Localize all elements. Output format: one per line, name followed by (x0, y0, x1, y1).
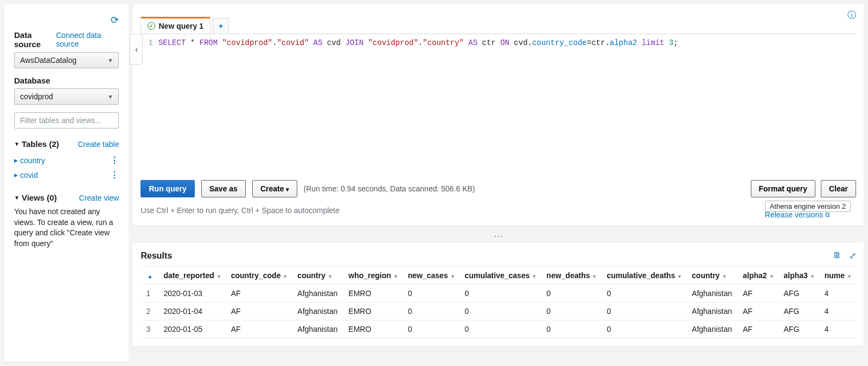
cell: AFG (778, 303, 819, 320)
cell: AF (226, 285, 292, 303)
database-select[interactable]: covidprod ▼ (14, 88, 119, 105)
cell: Afghanistan (686, 285, 737, 303)
views-header[interactable]: ▼Views (0) (14, 193, 57, 202)
table-actions-icon[interactable]: ⋮ (110, 155, 119, 165)
cell: EMRO (343, 303, 402, 320)
database-value: covidprod (20, 92, 53, 101)
cell: 0 (541, 320, 601, 338)
panel-resize-handle[interactable]: ⋯ (133, 230, 864, 239)
add-tab-button[interactable]: + (213, 18, 229, 34)
cell: Afghanistan (292, 303, 343, 320)
column-header[interactable]: cumulative_deaths ▾ (601, 267, 686, 285)
column-header[interactable]: date_reported ▾ (158, 267, 225, 285)
column-header[interactable]: new_deaths ▾ (541, 267, 601, 285)
sort-icon: ▾ (770, 273, 773, 279)
filter-tables-input[interactable] (14, 112, 119, 129)
data-source-select[interactable]: AwsDataCatalog ▼ (14, 52, 119, 68)
results-table: ▲date_reported ▾country_code ▾country ▾w… (141, 266, 856, 338)
editor-panel: ⓘ ✓ New query 1 + 1 SELECT * FROM "covid… (133, 4, 864, 226)
chevron-down-icon: ▼ (108, 57, 113, 63)
column-header[interactable]: country ▾ (292, 267, 343, 285)
sql-editor[interactable]: 1 SELECT * FROM "covidprod"."covid" AS c… (141, 34, 856, 175)
cell: 4 (819, 320, 856, 338)
cell: 0 (403, 320, 459, 338)
column-header[interactable]: who_region ▾ (343, 267, 402, 285)
refresh-icon[interactable]: ⟳ (111, 15, 119, 25)
cell: 0 (459, 303, 541, 320)
column-header[interactable]: alpha2 ▾ (737, 267, 778, 285)
cell: 2020-01-03 (158, 285, 225, 303)
success-check-icon: ✓ (148, 22, 155, 30)
create-dropdown-button[interactable]: Create (252, 180, 297, 197)
sort-icon: ▾ (678, 273, 681, 279)
cell: Afghanistan (686, 303, 737, 320)
cell: AF (226, 320, 292, 338)
cell: EMRO (343, 285, 402, 303)
table-item[interactable]: ▶country⋮ (14, 153, 119, 168)
column-header[interactable]: country ▾ (686, 267, 737, 285)
sort-icon: ▾ (723, 273, 726, 279)
sort-icon: ▾ (533, 273, 535, 279)
create-table-link[interactable]: Create table (78, 140, 119, 149)
cell: AF (737, 303, 778, 320)
run-info-text: (Run time: 0.94 seconds, Data scanned: 5… (304, 184, 475, 193)
connect-data-source-link[interactable]: Connect data source (56, 31, 119, 48)
cell: Afghanistan (292, 285, 343, 303)
table-name: country (20, 156, 45, 165)
sort-icon: ▾ (848, 273, 851, 279)
cell: 0 (403, 303, 459, 320)
views-empty-text: You have not created any views. To creat… (14, 207, 119, 249)
code-line: SELECT * FROM "covidprod"."covid" AS cvd… (158, 38, 678, 167)
cell: Afghanistan (686, 320, 737, 338)
column-header[interactable]: cumulative_cases ▾ (459, 267, 541, 285)
cell: 0 (541, 303, 601, 320)
cell: AF (737, 320, 778, 338)
column-header[interactable]: alpha3 ▾ (778, 267, 819, 285)
cell: AFG (778, 285, 819, 303)
run-query-button[interactable]: Run query (141, 180, 194, 197)
data-source-value: AwsDataCatalog (20, 56, 76, 65)
cell: 0 (601, 303, 686, 320)
save-as-button[interactable]: Save as (201, 180, 246, 197)
sort-icon: ▾ (329, 273, 331, 279)
cell: AFG (778, 320, 819, 338)
editor-hint: Use Ctrl + Enter to run query, Ctrl + Sp… (141, 206, 339, 215)
cell: 4 (819, 285, 856, 303)
chevron-right-icon: ▶ (14, 172, 18, 178)
cell: 2020-01-05 (158, 320, 225, 338)
column-header[interactable]: new_cases ▾ (403, 267, 459, 285)
cell: AF (226, 303, 292, 320)
sort-icon: ▾ (218, 273, 220, 279)
cell: 2020-01-04 (158, 303, 225, 320)
data-source-label: Data source (14, 30, 56, 49)
column-header[interactable]: country_code ▾ (226, 267, 292, 285)
column-header-index[interactable]: ▲ (141, 267, 158, 285)
chevron-right-icon: ▶ (14, 158, 18, 163)
clear-button[interactable]: Clear (821, 180, 856, 197)
table-row: 12020-01-03AFAfghanistanEMRO0000Afghanis… (141, 285, 856, 303)
sort-icon: ▾ (593, 273, 596, 279)
cell: AF (737, 285, 778, 303)
chevron-down-icon: ▼ (108, 94, 113, 100)
row-index: 2 (141, 303, 158, 320)
query-tab[interactable]: ✓ New query 1 (141, 17, 210, 34)
download-results-icon[interactable]: 🗎 (833, 251, 841, 261)
sort-icon: ▾ (394, 273, 397, 279)
table-row: 32020-01-05AFAfghanistanEMRO0000Afghanis… (141, 320, 856, 338)
external-link-icon: ⧉ (825, 211, 830, 219)
table-actions-icon[interactable]: ⋮ (110, 170, 119, 180)
table-name: covid (20, 171, 38, 179)
cell: 4 (819, 303, 856, 320)
results-panel: Results 🗎 ⤢ ▲date_reported ▾country_code… (133, 243, 864, 346)
column-header[interactable]: nume ▾ (819, 267, 856, 285)
collapse-sidebar-handle[interactable]: ‹ (130, 34, 143, 65)
row-index: 1 (141, 285, 158, 303)
row-index: 3 (141, 320, 158, 338)
create-view-link[interactable]: Create view (79, 194, 119, 202)
cell: Afghanistan (292, 320, 343, 338)
format-query-button[interactable]: Format query (751, 180, 815, 197)
sidebar-panel: ⟳ Data source Connect data source AwsDat… (4, 4, 129, 362)
table-item[interactable]: ▶covid⋮ (14, 168, 119, 182)
expand-results-icon[interactable]: ⤢ (849, 251, 856, 261)
tables-header[interactable]: ▼Tables (2) (14, 139, 59, 149)
